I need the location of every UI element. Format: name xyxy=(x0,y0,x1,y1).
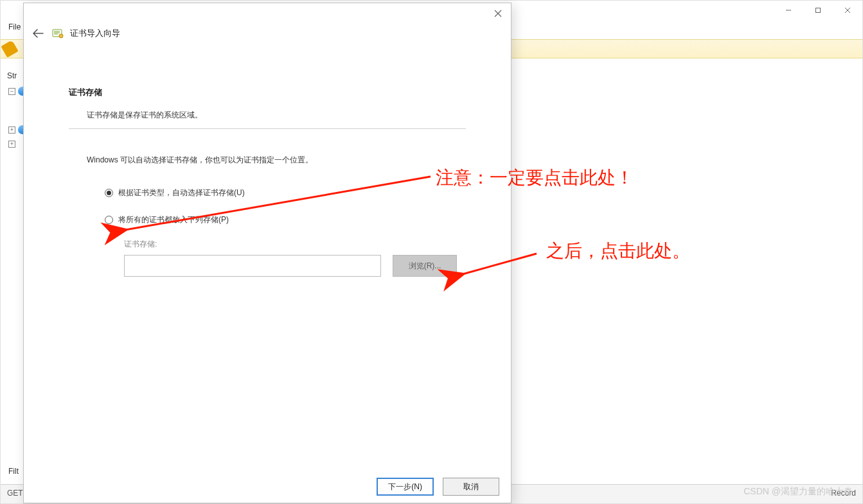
next-button-label: 下一步(N) xyxy=(388,482,422,492)
brush-icon xyxy=(1,40,18,57)
wizard-titlebar xyxy=(24,3,511,24)
wizard-close-button[interactable] xyxy=(485,4,511,22)
cancel-button[interactable]: 取消 xyxy=(443,478,499,496)
cert-store-radio-group: 根据证书类型，自动选择证书存储(U) 将所有的证书都放入下列存储(P) xyxy=(105,185,466,227)
divider xyxy=(69,128,466,129)
wizard-body: 证书存储 证书存储是保存证书的系统区域。 Windows 可以自动选择证书存储，… xyxy=(24,48,511,471)
close-icon xyxy=(844,7,851,13)
cert-store-row: 浏览(R)... xyxy=(124,255,466,277)
radio-icon xyxy=(105,216,113,224)
svg-point-7 xyxy=(59,34,63,38)
bg-minimize-button[interactable] xyxy=(774,1,803,20)
bg-maximize-button[interactable] xyxy=(803,1,833,20)
maximize-icon xyxy=(815,7,821,13)
cert-store-input xyxy=(124,255,381,277)
tree-expand-icon[interactable]: + xyxy=(8,141,15,148)
radio-icon xyxy=(105,189,113,197)
browse-button-label: 浏览(R)... xyxy=(409,261,441,272)
close-icon xyxy=(494,10,502,17)
back-arrow-icon xyxy=(32,29,44,38)
cert-import-wizard-dialog: 证书导入向导 证书存储 证书存储是保存证书的系统区域。 Windows 可以自动… xyxy=(23,3,512,503)
radio-auto-select-store[interactable]: 根据证书类型，自动选择证书存储(U) xyxy=(105,185,466,200)
tree-collapse-icon[interactable]: − xyxy=(8,88,15,95)
wizard-header: 证书导入向导 xyxy=(24,24,511,43)
bg-filter-label: Filt xyxy=(8,467,19,476)
bg-left-panel-label: Str xyxy=(7,71,17,80)
wizard-footer: 下一步(N) 取消 xyxy=(24,471,511,503)
bg-menu-file[interactable]: File xyxy=(8,22,21,31)
bg-record-label: Record xyxy=(831,489,856,498)
radio-place-all-in-store[interactable]: 将所有的证书都放入下列存储(P) xyxy=(105,212,466,227)
wizard-back-button[interactable] xyxy=(30,26,46,41)
cert-store-field-label: 证书存储: xyxy=(124,239,466,250)
certificate-wizard-icon xyxy=(52,28,64,39)
wizard-title: 证书导入向导 xyxy=(70,28,120,39)
minimize-icon xyxy=(785,7,792,13)
cert-store-info-text: Windows 可以自动选择证书存储，你也可以为证书指定一个位置。 xyxy=(87,155,466,166)
tree-expand-icon[interactable]: + xyxy=(8,126,15,134)
radio-manual-label: 将所有的证书都放入下列存储(P) xyxy=(118,214,229,225)
cancel-button-label: 取消 xyxy=(463,482,479,492)
next-button[interactable]: 下一步(N) xyxy=(377,478,434,496)
radio-auto-label: 根据证书类型，自动选择证书存储(U) xyxy=(118,187,245,198)
bg-get-label: GET xyxy=(7,489,23,498)
browse-button[interactable]: 浏览(R)... xyxy=(393,255,457,277)
cert-store-section-desc: 证书存储是保存证书的系统区域。 xyxy=(87,110,466,121)
cert-store-section-title: 证书存储 xyxy=(69,87,466,98)
bg-close-button[interactable] xyxy=(833,1,862,20)
svg-rect-1 xyxy=(816,8,821,13)
cert-store-block: 证书存储: 浏览(R)... xyxy=(124,239,466,277)
